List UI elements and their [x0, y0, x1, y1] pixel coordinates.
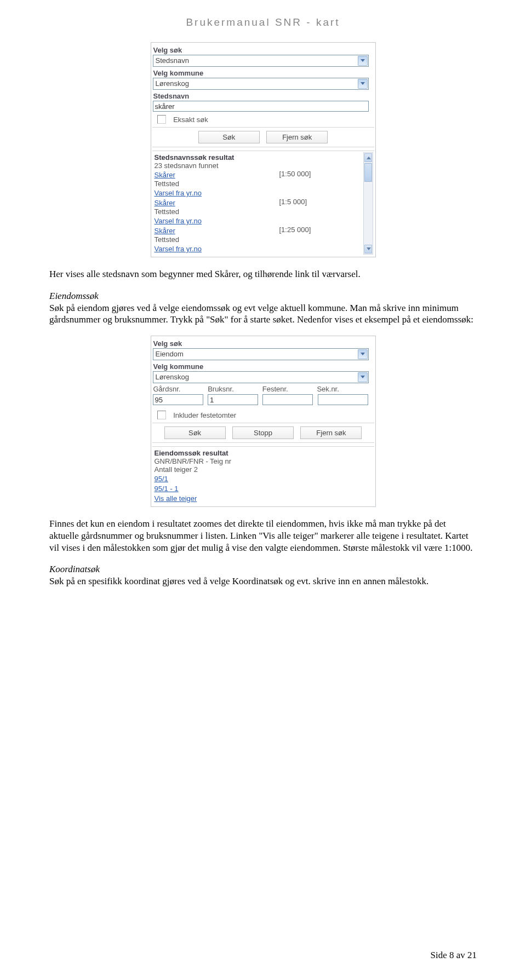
select-sok-type[interactable]: Eiendom — [153, 348, 369, 360]
result-title: Stedsnavnssøk resultat — [155, 153, 362, 162]
gnr-header-row: Gårdsnr. Bruksnr. Festenr. Sek.nr. — [152, 383, 374, 394]
checkbox-eksakt[interactable] — [157, 115, 166, 124]
label-stedsnavn: Stedsnavn — [152, 90, 374, 101]
checkbox-inkluder-festetomter[interactable] — [157, 411, 166, 419]
fjern-sok-button[interactable]: Fjern søk — [266, 131, 328, 143]
result-weather-link[interactable]: Varsel fra yr.no — [155, 245, 202, 253]
eiendom-result-title: Eiendomssøk resultat — [155, 449, 372, 457]
input-seknr[interactable] — [318, 394, 368, 405]
select-kommune[interactable]: Lørenskog — [153, 371, 369, 383]
checkbox-inkluder-row: Inkluder festetomter — [152, 407, 374, 423]
scroll-up-icon[interactable] — [364, 153, 372, 162]
sok-button[interactable]: Søk — [198, 131, 260, 143]
eiendom-link-1[interactable]: 95/1 — [155, 475, 168, 483]
result-name-link[interactable]: Skårer — [155, 199, 175, 207]
stedsnavn-search-panel: Velg søk Stedsnavn Velg kommune Lørensko… — [151, 42, 376, 257]
input-gardsnr[interactable] — [153, 394, 203, 405]
eiendom-result-sub2: Antall teiger 2 — [155, 465, 372, 474]
select-kommune-value: Lørenskog — [156, 79, 189, 88]
result-scale: [1:5 000] — [279, 198, 307, 206]
eiendom-link-2[interactable]: 95/1 - 1 — [155, 485, 179, 493]
col-gardsnr: Gårdsnr. — [153, 385, 206, 393]
result-scrollbar[interactable] — [363, 152, 373, 255]
select-kommune-value: Lørenskog — [156, 373, 189, 381]
result-name-link[interactable]: Skårer — [155, 227, 175, 235]
page-title: Brukermanual SNR - kart — [49, 16, 477, 28]
label-velg-kommune: Velg kommune — [152, 67, 374, 78]
section-heading-eiendomssok: Eiendomssøk — [49, 291, 99, 301]
paragraph-4: Koordinatsøk Søk på en spesifikk koordin… — [49, 563, 477, 587]
col-bruksnr: Bruksnr. — [208, 385, 260, 393]
scroll-down-icon[interactable] — [364, 245, 372, 253]
scroll-thumb[interactable] — [364, 163, 372, 182]
result-type: Tettsted — [155, 180, 362, 188]
chevron-down-icon[interactable] — [358, 79, 368, 89]
page-footer: Side 8 av 21 — [430, 950, 477, 961]
input-bruksnr[interactable] — [208, 394, 258, 405]
chevron-down-icon[interactable] — [358, 372, 368, 382]
eiendom-search-panel: Velg søk Eiendom Velg kommune Lørenskog … — [151, 336, 376, 507]
input-festenr[interactable] — [262, 394, 313, 405]
result-scale: [1:25 000] — [279, 226, 311, 234]
paragraph-2-body: Søk på eiendom gjøres ved å velge eiendo… — [49, 303, 473, 325]
vis-alle-teiger-link[interactable]: Vis alle teiger — [155, 494, 197, 503]
eiendom-result-sub1: GNR/BNR/FNR - Teig nr — [155, 457, 372, 465]
paragraph-2: Eiendomssøk Søk på eiendom gjøres ved å … — [49, 290, 477, 326]
fjern-sok-button[interactable]: Fjern søk — [300, 426, 362, 439]
eiendom-results: Eiendomssøk resultat GNR/BNR/FNR - Teig … — [152, 447, 374, 505]
checkbox-eksakt-row: Eksakt søk — [152, 112, 374, 128]
checkbox-eksakt-label: Eksakt søk — [173, 116, 208, 124]
result-type: Tettsted — [155, 207, 362, 216]
stopp-button[interactable]: Stopp — [232, 426, 294, 439]
col-festenr: Festenr. — [262, 385, 315, 393]
result-type: Tettsted — [155, 235, 362, 244]
section-heading-koordinatsok: Koordinatsøk — [49, 564, 100, 574]
stedsnavn-results: Stedsnavnssøk resultat 23 stedsnavn funn… — [152, 151, 374, 256]
result-weather-link[interactable]: Varsel fra yr.no — [155, 189, 202, 197]
checkbox-inkluder-label: Inkluder festetomter — [173, 411, 236, 419]
result-weather-link[interactable]: Varsel fra yr.no — [155, 217, 202, 225]
select-kommune[interactable]: Lørenskog — [153, 78, 369, 90]
result-scale: [1:50 000] — [279, 170, 311, 178]
label-velg-kommune: Velg kommune — [152, 360, 374, 371]
select-sok-value: Stedsnavn — [156, 56, 189, 65]
label-velg-sok: Velg søk — [152, 337, 374, 348]
paragraph-1: Her vises alle stedsnavn som begynner me… — [49, 268, 477, 280]
input-stedsnavn[interactable] — [153, 101, 369, 112]
sok-button[interactable]: Søk — [164, 426, 226, 439]
chevron-down-icon[interactable] — [358, 349, 368, 359]
paragraph-3: Finnes det kun en eiendom i resultatet z… — [49, 518, 477, 554]
result-count: 23 stedsnavn funnet — [155, 162, 362, 170]
chevron-down-icon[interactable] — [358, 56, 368, 66]
col-seknr: Sek.nr. — [317, 385, 361, 393]
select-sok-type[interactable]: Stedsnavn — [153, 55, 369, 67]
select-sok-value: Eiendom — [156, 350, 184, 358]
result-name-link[interactable]: Skårer — [155, 171, 175, 179]
label-velg-sok: Velg søk — [152, 44, 374, 55]
paragraph-4-body: Søk på en spesifikk koordinat gjøres ved… — [49, 576, 428, 586]
